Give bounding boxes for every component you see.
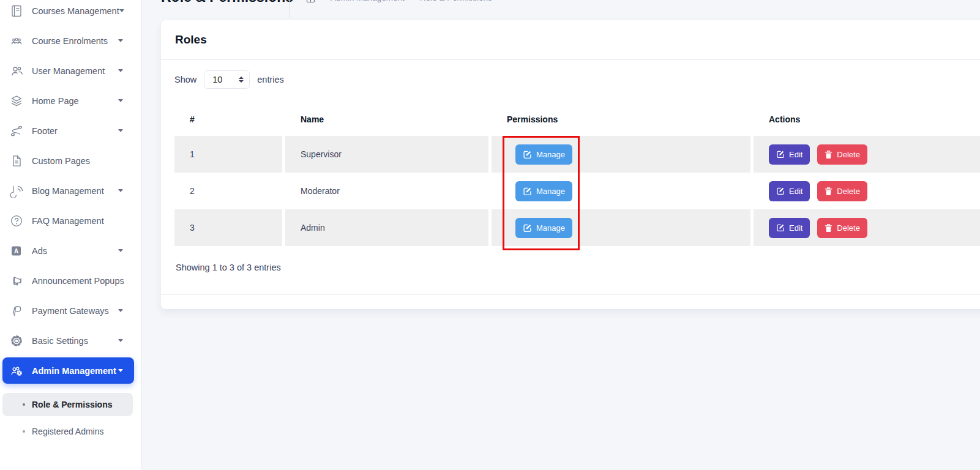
table-header-row: # Name Permissions Actions	[174, 102, 980, 136]
roles-table: # Name Permissions Actions 1 Supervisor	[171, 102, 980, 246]
divider	[289, 0, 290, 18]
table-row: 1 Supervisor Manage	[174, 136, 980, 173]
card-title: Roles	[175, 33, 207, 47]
main-content: Role & Permissions > Admin Management > …	[142, 0, 980, 470]
breadcrumb-separator: >	[321, 0, 325, 4]
sidebar-item-footer[interactable]: Footer	[2, 116, 134, 146]
sidebar-item-label: Blog Management	[32, 186, 104, 196]
sidebar-item-label: Basic Settings	[32, 336, 88, 346]
sidebar-item-label: Admin Management	[32, 366, 116, 376]
edit-square-icon	[523, 150, 532, 159]
sidebar-item-announcement-popups[interactable]: Announcement Popups	[2, 266, 134, 296]
sidebar-item-ads[interactable]: A Ads	[2, 236, 134, 266]
svg-text:A: A	[14, 247, 18, 254]
edit-square-icon	[523, 187, 532, 196]
chevron-down-icon	[118, 309, 123, 312]
grid-icon[interactable]	[306, 0, 315, 3]
breadcrumb-item[interactable]: Admin Management	[331, 0, 405, 4]
sidebar-item-label: Footer	[32, 126, 58, 136]
edit-square-icon	[776, 150, 785, 159]
sidebar-item-label: Courses Management	[32, 6, 119, 16]
bullet-icon	[23, 430, 25, 433]
chevron-down-icon	[118, 339, 123, 342]
row-name-cell: Supervisor	[285, 136, 488, 173]
row-name-cell: Admin	[285, 209, 488, 246]
table-row: 2 Moderator Manage	[174, 173, 980, 209]
sidebar-item-course-enrolments[interactable]: Course Enrolments	[2, 26, 134, 56]
edit-square-icon	[776, 187, 785, 195]
sidebar-item-faq-management[interactable]: FAQ Management	[2, 206, 134, 236]
sidebar-item-custom-pages[interactable]: Custom Pages	[2, 146, 134, 176]
sidebar-item-home-page[interactable]: Home Page	[2, 86, 134, 116]
row-permissions-cell: Manage	[492, 136, 750, 173]
sidebar-item-user-management[interactable]: User Management	[2, 56, 134, 86]
trash-icon	[825, 187, 832, 196]
card-body: Show 10 entries # Name Permissions Actio…	[161, 60, 980, 294]
row-name-cell: Moderator	[285, 173, 488, 209]
edit-button[interactable]: Edit	[769, 218, 810, 238]
sidebar: Courses Management Course Enrolments Use…	[0, 0, 142, 470]
route-icon	[10, 124, 23, 138]
admin-users-gear-icon	[10, 364, 23, 378]
edit-square-icon	[523, 223, 532, 233]
layers-icon	[10, 94, 23, 108]
row-num-cell: 3	[174, 209, 282, 246]
breadcrumb-item: Role & Permissions	[420, 0, 492, 4]
chevron-down-icon	[118, 249, 123, 252]
page-size-select[interactable]: 10	[204, 70, 250, 89]
edit-square-icon	[776, 223, 785, 232]
user-icon	[10, 64, 23, 78]
blog-icon	[10, 184, 23, 198]
page-size-value: 10	[212, 75, 222, 84]
table-info: Showing 1 to 3 of 3 entries	[176, 262, 980, 274]
row-actions-cell: Edit Delete	[754, 209, 980, 246]
sidebar-item-blog-management[interactable]: Blog Management	[2, 176, 134, 206]
edit-button[interactable]: Edit	[769, 144, 810, 165]
sidebar-item-courses-management[interactable]: Courses Management	[2, 0, 134, 26]
delete-button[interactable]: Delete	[817, 218, 867, 238]
breadcrumb: > Admin Management > Role & Permissions	[306, 0, 492, 4]
sidebar-item-payment-gateways[interactable]: Payment Gateways	[2, 296, 134, 326]
sidebar-subitem-registered-admins[interactable]: Registered Admins	[2, 420, 133, 443]
sidebar-item-label: User Management	[32, 66, 105, 76]
file-icon	[10, 154, 23, 168]
sidebar-menu: Courses Management Course Enrolments Use…	[0, 0, 141, 384]
bullet-icon	[23, 403, 25, 406]
chevron-down-icon	[119, 9, 124, 12]
card-footer	[161, 294, 980, 309]
select-arrows-icon	[239, 76, 244, 83]
row-permissions-cell: Manage	[492, 209, 750, 246]
help-circle-icon	[10, 214, 23, 228]
sidebar-submenu: Role & Permissions Registered Admins	[0, 393, 141, 443]
manage-button[interactable]: Manage	[515, 144, 572, 165]
chevron-down-icon	[118, 189, 123, 192]
show-label: Show	[174, 75, 196, 84]
roles-card: Roles Show 10 entries # Name	[161, 20, 980, 309]
trash-icon	[825, 150, 832, 159]
row-actions-cell: Edit Delete	[754, 173, 980, 209]
sidebar-subitem-role-permissions[interactable]: Role & Permissions	[2, 393, 133, 416]
column-header-actions: Actions	[754, 102, 980, 136]
delete-button[interactable]: Delete	[817, 181, 867, 201]
chevron-down-icon	[118, 39, 123, 42]
book-icon	[10, 4, 23, 18]
column-header-permissions: Permissions	[492, 102, 750, 136]
ad-square-icon: A	[10, 244, 23, 258]
users-group-icon	[10, 34, 23, 48]
sidebar-item-label: Announcement Popups	[32, 276, 124, 286]
sidebar-item-admin-management[interactable]: Admin Management	[2, 357, 134, 384]
edit-button[interactable]: Edit	[769, 181, 810, 201]
chevron-down-icon	[118, 99, 123, 102]
sidebar-item-basic-settings[interactable]: Basic Settings	[2, 326, 134, 356]
delete-button[interactable]: Delete	[817, 144, 867, 165]
row-num-cell: 2	[174, 173, 282, 209]
manage-button[interactable]: Manage	[515, 181, 572, 201]
sidebar-item-label: Custom Pages	[32, 156, 90, 166]
row-num-cell: 1	[174, 136, 282, 173]
screen: Courses Management Course Enrolments Use…	[0, 0, 980, 470]
manage-button[interactable]: Manage	[515, 218, 572, 238]
column-header-name: Name	[285, 102, 488, 136]
sidebar-item-label: FAQ Management	[32, 216, 104, 226]
sidebar-item-label: Course Enrolments	[32, 36, 108, 46]
table-length-control: Show 10 entries	[174, 70, 980, 89]
